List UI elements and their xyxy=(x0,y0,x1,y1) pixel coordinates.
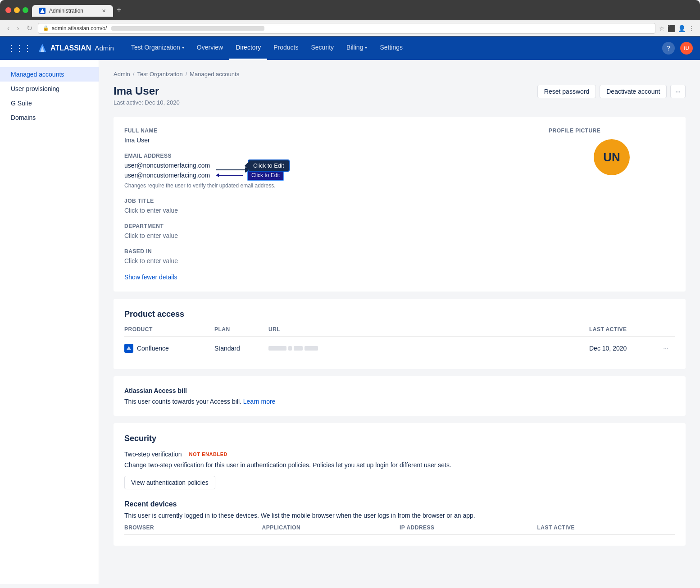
traffic-lights xyxy=(5,7,28,13)
col-actions xyxy=(657,326,675,333)
nav-org-name: Test Organization xyxy=(131,44,180,51)
address-input[interactable]: 🔒 admin.atlassian.com/o/ xyxy=(38,23,655,34)
col-product: Product xyxy=(124,326,214,333)
department-value[interactable]: Click to enter value xyxy=(124,232,538,239)
department-label: Department xyxy=(124,223,538,229)
grid-icon[interactable]: ⋮⋮⋮ xyxy=(7,43,32,53)
two-step-status-badge: NOT ENABLED xyxy=(186,451,231,458)
atlassian-logo: ATLASSIAN xyxy=(37,43,91,54)
breadcrumb-sep-2: / xyxy=(186,71,187,77)
product-plan: Standard xyxy=(214,345,268,352)
browser-titlebar: Administration ✕ + xyxy=(0,4,700,20)
product-url xyxy=(268,346,589,351)
admin-label: Admin xyxy=(95,44,114,52)
email-field: Email address user@noncustomerfacing.com xyxy=(124,153,538,189)
new-tab-button[interactable]: + xyxy=(113,4,125,17)
tab-title: Administration xyxy=(49,8,83,14)
more-actions-button[interactable]: ··· xyxy=(670,85,686,98)
sidebar-item-managed-accounts[interactable]: Managed accounts xyxy=(0,67,99,82)
user-avatar: UN xyxy=(594,139,630,175)
sidebar-item-user-provisioning[interactable]: User provisioning xyxy=(0,82,99,96)
reset-password-button[interactable]: Reset password xyxy=(537,85,596,98)
product-more-button[interactable]: ··· xyxy=(657,345,675,352)
address-text: admin.atlassian.com/o/ xyxy=(52,25,107,32)
nav-link-security[interactable]: Security xyxy=(305,36,340,60)
atlassian-wordmark: ATLASSIAN xyxy=(50,44,91,52)
user-title-area: Ima User Last active: Dec 10, 2020 xyxy=(114,85,180,106)
based-in-value[interactable]: Click to enter value xyxy=(124,257,538,264)
nav-org-dropdown[interactable]: Test Organization ▾ xyxy=(125,36,191,60)
sidebar-item-gsuite[interactable]: G Suite xyxy=(0,96,99,110)
two-step-desc: Change two-step verification for this us… xyxy=(124,461,675,469)
url-block-4 xyxy=(305,346,318,351)
show-fewer-details-link[interactable]: Show fewer details xyxy=(124,273,177,281)
user-avatar-nav[interactable]: IU xyxy=(680,42,693,55)
url-block-2 xyxy=(288,346,292,351)
full-name-value: Ima User xyxy=(124,137,538,144)
product-table-header: Product Plan URL Last active xyxy=(124,326,675,337)
email-container: user@noncustomerfacing.com xyxy=(124,162,538,169)
devices-col-app: Application xyxy=(262,524,400,531)
two-step-label: Two-step verification xyxy=(124,451,182,458)
maximize-button[interactable] xyxy=(23,7,28,13)
sidebar-item-domains[interactable]: Domains xyxy=(0,110,99,125)
nav-link-products[interactable]: Products xyxy=(267,36,305,60)
extension-icon[interactable]: ⬛ xyxy=(668,25,675,32)
url-block-1 xyxy=(268,346,286,351)
refresh-button[interactable]: ↻ xyxy=(25,22,34,34)
deactivate-account-button[interactable]: Deactivate account xyxy=(600,85,667,98)
org-dropdown-arrow: ▾ xyxy=(182,45,184,50)
tab-favicon xyxy=(39,8,45,14)
atlassian-access-desc: This user counts towards your Access bil… xyxy=(124,398,675,405)
nav-link-billing[interactable]: Billing ▾ xyxy=(340,36,373,60)
email-note: Changes require the user to verify their… xyxy=(124,182,538,189)
tab-close-button[interactable]: ✕ xyxy=(102,8,106,14)
star-icon[interactable]: ☆ xyxy=(659,25,665,32)
close-button[interactable] xyxy=(5,7,11,13)
profile-icon[interactable]: 👤 xyxy=(678,25,686,32)
table-row: Confluence Standard Dec 10, 2020 ··· xyxy=(124,338,675,358)
forward-button[interactable]: › xyxy=(15,23,21,34)
address-right-icons: ☆ ⬛ 👤 ⋮ xyxy=(659,25,695,32)
job-title-value[interactable]: Click to enter value xyxy=(124,207,538,214)
nav-link-settings[interactable]: Settings xyxy=(373,36,409,60)
recent-devices-title: Recent devices xyxy=(124,500,675,508)
devices-col-browser: Browser xyxy=(124,524,262,531)
top-nav: ⋮⋮⋮ ATLASSIAN Admin Test Organization ▾ … xyxy=(0,36,700,60)
back-button[interactable]: ‹ xyxy=(5,23,11,34)
full-name-field: Full name Ima User xyxy=(124,128,538,144)
help-button[interactable]: ? xyxy=(662,42,675,55)
top-nav-right: ? IU xyxy=(662,42,693,55)
email-label: Email address xyxy=(124,153,538,159)
view-auth-policies-button[interactable]: View authentication policies xyxy=(124,476,215,489)
breadcrumb-admin[interactable]: Admin xyxy=(114,71,130,77)
product-name-cell: Confluence xyxy=(124,344,214,353)
learn-more-link[interactable]: Learn more xyxy=(243,398,276,405)
menu-icon[interactable]: ⋮ xyxy=(688,25,695,32)
col-url: URL xyxy=(268,326,589,333)
minimize-button[interactable] xyxy=(14,7,20,13)
breadcrumb: Admin / Test Organization / Managed acco… xyxy=(114,71,686,77)
profile-picture-area: Profile Picture UN xyxy=(549,128,675,281)
email-value[interactable]: user@noncustomerfacing.com xyxy=(124,162,210,169)
nav-link-directory[interactable]: Directory xyxy=(229,36,267,60)
user-actions: Reset password Deactivate account ··· xyxy=(537,85,686,98)
col-last-active: Last active xyxy=(589,326,657,333)
breadcrumb-org[interactable]: Test Organization xyxy=(137,71,182,77)
security-section: Security Two-step verification NOT ENABL… xyxy=(114,423,686,546)
app-shell: ⋮⋮⋮ ATLASSIAN Admin Test Organization ▾ … xyxy=(0,36,700,584)
confluence-icon xyxy=(124,344,133,353)
browser-tab[interactable]: Administration ✕ xyxy=(32,5,113,17)
url-block-3 xyxy=(294,346,303,351)
product-table: Product Plan URL Last active xyxy=(124,326,675,358)
svg-marker-0 xyxy=(40,9,45,13)
atlassian-access-section: Atlassian Access bill This user counts t… xyxy=(114,376,686,416)
main-content: Admin / Test Organization / Managed acco… xyxy=(99,60,700,584)
department-field: Department Click to enter value xyxy=(124,223,538,239)
lock-icon: 🔒 xyxy=(43,25,49,31)
security-title: Security xyxy=(124,434,675,443)
two-step-verification-row: Two-step verification NOT ENABLED xyxy=(124,451,675,458)
email-display[interactable]: user@noncustomerfacing.com xyxy=(124,172,210,179)
product-last-active: Dec 10, 2020 xyxy=(589,345,657,352)
nav-link-overview[interactable]: Overview xyxy=(191,36,229,60)
